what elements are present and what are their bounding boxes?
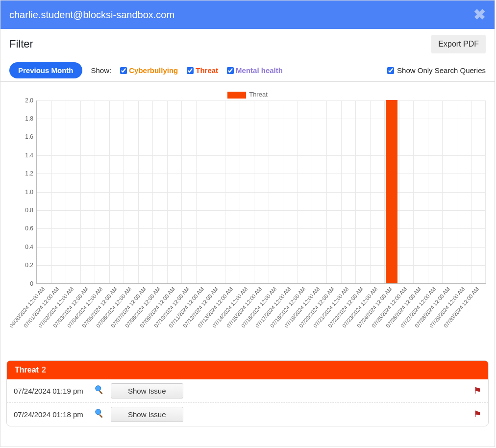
gridline-vertical [80,100,81,283]
magnifier-icon[interactable] [94,408,105,421]
gridline-horizontal [37,155,486,156]
gridline-vertical [269,100,269,283]
gridline-vertical [95,100,95,283]
window-header: charlie.student@blocksi-sandbox.com ✖ [0,0,495,29]
y-tick-label: 0.2 [25,262,33,269]
x-axis-labels: 06/30/2024 12:00 AM07/01/2024 12:00 AM07… [37,284,486,341]
gridline-horizontal [37,247,486,248]
issues-list: 07/24/2024 01:19 pmShow Issue⚑07/24/2024… [7,379,488,426]
gridline-horizontal [37,210,486,211]
y-tick-label: 2.0 [25,97,33,104]
gridline-vertical [66,100,66,283]
gridline-vertical [341,100,342,283]
gridline-horizontal [37,137,486,137]
cyberbullying-label: Cyberbullying [129,66,178,75]
show-issue-button[interactable]: Show Issue [111,407,183,422]
gridline-vertical [138,100,139,283]
filter-bar: Filter Export PDF Previous Month Show: C… [0,29,495,82]
gridline-horizontal [37,228,486,229]
gridline-horizontal [37,192,486,193]
y-tick-label: 0 [30,280,33,287]
y-tick-label: 1.2 [25,170,33,177]
gridline-vertical [51,100,52,283]
gridline-vertical [413,100,414,283]
gridline-vertical [399,100,399,283]
gridline-vertical [225,100,225,283]
search-queries-label: Show Only Search Queries [397,66,486,75]
filter-title: Filter [9,38,33,50]
gridline-vertical [326,100,327,283]
search-queries-checkbox-wrap[interactable]: Show Only Search Queries [387,66,486,75]
legend-swatch-icon [227,92,246,99]
cyberbullying-checkbox-wrap[interactable]: Cyberbullying [120,66,178,75]
chart-bar [386,100,397,283]
threat-checkbox-wrap[interactable]: Threat [187,66,218,75]
chart-plot: 00.20.40.60.81.01.21.41.61.82.0 06/30/20… [9,100,486,341]
gridline-vertical [442,100,443,283]
gridline-vertical [428,100,428,283]
flag-icon[interactable]: ⚑ [473,385,481,396]
gridline-vertical [370,100,371,283]
plot-grid [37,100,486,284]
gridline-vertical [167,100,168,283]
y-tick-label: 1.8 [25,115,33,122]
y-tick-label: 1.6 [25,133,33,140]
flag-icon[interactable]: ⚑ [473,409,481,420]
issue-row: 07/24/2024 01:18 pmShow Issue⚑ [7,403,488,426]
mental-health-checkbox-wrap[interactable]: Mental health [227,66,283,75]
y-tick-label: 0.8 [25,207,33,214]
threat-section-title: Threat [15,366,39,374]
magnifier-icon[interactable] [94,384,105,397]
gridline-vertical [196,100,197,283]
gridline-vertical [152,100,153,283]
gridline-vertical [457,100,457,283]
threat-count: 2 [42,366,46,374]
issue-row: 07/24/2024 01:19 pmShow Issue⚑ [7,379,488,403]
gridline-vertical [240,100,240,283]
gridline-vertical [312,100,312,283]
y-tick-label: 0.4 [25,244,33,250]
threat-section-header: Threat 2 [7,361,488,379]
gridline-horizontal [37,119,486,119]
search-queries-checkbox[interactable] [387,67,394,74]
svg-point-2 [96,409,101,415]
gridline-vertical [283,100,283,283]
gridline-horizontal [37,174,486,174]
gridline-vertical [211,100,211,283]
cyberbullying-checkbox[interactable] [120,67,127,74]
gridline-vertical [355,100,356,283]
gridline-vertical [109,100,110,283]
y-tick-label: 1.0 [25,189,33,196]
svg-point-0 [96,386,101,391]
y-tick-label: 1.4 [25,152,33,159]
threat-checkbox[interactable] [187,67,194,74]
user-email: charlie.student@blocksi-sandbox.com [9,9,174,21]
y-tick-label: 0.6 [25,225,33,232]
threat-section: Threat 2 07/24/2024 01:19 pmShow Issue⚑0… [6,360,489,426]
threat-label: Threat [196,66,218,75]
chart-area: Threat 00.20.40.60.81.01.21.41.61.82.0 0… [0,82,495,341]
gridline-vertical [181,100,182,283]
gridline-vertical [471,100,471,283]
gridline-vertical [37,100,37,283]
gridline-horizontal [37,265,486,266]
mental-health-label: Mental health [236,66,283,75]
y-axis: 00.20.40.60.81.01.21.41.61.82.0 [9,100,37,284]
svg-rect-3 [99,414,103,418]
issue-timestamp: 07/24/2024 01:19 pm [14,387,88,395]
show-label: Show: [91,66,112,75]
gridline-vertical [124,100,124,283]
close-icon[interactable]: ✖ [473,7,486,22]
mental-health-checkbox[interactable] [227,67,234,74]
chart-legend: Threat [9,91,486,99]
legend-label: Threat [249,91,268,98]
previous-month-button[interactable]: Previous Month [9,62,82,78]
export-pdf-button[interactable]: Export PDF [431,35,486,53]
gridline-vertical [384,100,385,283]
show-issue-button[interactable]: Show Issue [111,383,183,398]
svg-rect-1 [99,391,103,395]
issue-timestamp: 07/24/2024 01:18 pm [14,410,88,419]
gridline-horizontal [37,100,486,101]
gridline-vertical [298,100,298,283]
gridline-vertical [254,100,254,283]
